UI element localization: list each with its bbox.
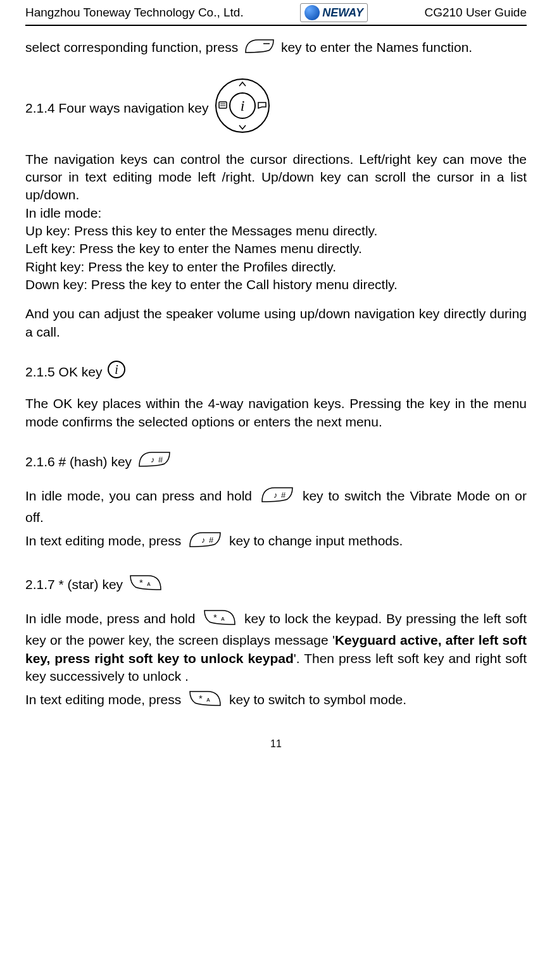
text: select corresponding function, press: [25, 40, 242, 54]
svg-text:#: #: [281, 490, 286, 500]
paragraph-volume: And you can adjust the speaker volume us…: [25, 305, 527, 341]
paragraph-right-key: Right key: Press the key to enter the Pr…: [25, 258, 527, 276]
paragraph-star-idle: In idle mode, press and hold * ᴀ key to …: [25, 608, 527, 685]
paragraph-idle-label: In idle mode:: [25, 204, 527, 222]
text: key to enter the Names function.: [281, 40, 472, 54]
page-header: Hangzhou Toneway Technology Co., Ltd. NE…: [25, 0, 527, 23]
paragraph-hash-edit: In text editing mode, press ♪ # key to c…: [25, 530, 527, 554]
svg-text:#: #: [209, 535, 214, 545]
svg-text:♪: ♪: [151, 455, 155, 464]
text: In text editing mode, press: [25, 533, 185, 548]
star-key-icon: * ᴀ: [187, 689, 223, 712]
text: In idle mode, you can press and hold: [25, 488, 257, 503]
paragraph-hash-idle: In idle mode, you can press and hold ♪ #…: [25, 485, 527, 527]
svg-text:♪: ♪: [201, 535, 206, 545]
svg-text:*: *: [199, 693, 203, 704]
globe-icon: [304, 5, 320, 20]
svg-text:*: *: [139, 577, 143, 588]
paragraph-star-edit: In text editing mode, press * ᴀ key to s…: [25, 689, 527, 712]
navigation-key-icon: i: [214, 77, 271, 139]
svg-text:i: i: [115, 363, 119, 376]
text: In idle mode, press and hold: [25, 611, 199, 626]
star-key-icon: * ᴀ: [128, 573, 163, 597]
header-company: Hangzhou Toneway Technology Co., Ltd.: [25, 6, 244, 20]
paragraph-ok-key: The OK key places within the 4-way navig…: [25, 395, 527, 431]
document-body: select corresponding function, press key…: [25, 39, 527, 713]
paragraph-up-key: Up key: Press this key to enter the Mess…: [25, 222, 527, 240]
logo-text: NEWAY: [322, 6, 363, 20]
hash-key-icon: ♪ #: [260, 485, 295, 509]
header-guide: CG210 User Guide: [424, 6, 527, 20]
hash-key-icon: ♪ #: [187, 530, 223, 554]
ok-key-icon: i: [107, 360, 126, 383]
section-2-1-7-heading: 2.1.7 * (star) key * ᴀ: [25, 573, 527, 597]
logo: NEWAY: [300, 3, 368, 22]
svg-text:#: #: [158, 455, 163, 464]
heading-text: 2.1.4 Four ways navigation key: [25, 99, 209, 117]
section-2-1-4-heading: 2.1.4 Four ways navigation key i: [25, 77, 527, 139]
section-2-1-5-heading: 2.1.5 OK key i: [25, 360, 527, 383]
text: In text editing mode, press: [25, 692, 185, 707]
section-2-1-6-heading: 2.1.6 # (hash) key ♪ #: [25, 450, 527, 473]
page-number: 11: [25, 738, 527, 750]
star-key-icon: * ᴀ: [202, 608, 237, 631]
header-divider: [25, 25, 527, 26]
paragraph-select-function: select corresponding function, press key…: [25, 39, 527, 58]
svg-text:ᴀ: ᴀ: [147, 580, 151, 587]
svg-text:i: i: [240, 97, 244, 114]
heading-text: 2.1.7 * (star) key: [25, 576, 123, 593]
paragraph-nav-desc: The navigation keys can control the curs…: [25, 151, 527, 204]
svg-text:*: *: [213, 612, 217, 623]
hash-key-icon: ♪ #: [137, 450, 172, 473]
paragraph-down-key: Down key: Press the key to enter the Cal…: [25, 276, 527, 294]
text: key to switch to symbol mode.: [229, 692, 406, 707]
heading-text: 2.1.6 # (hash) key: [25, 453, 132, 471]
paragraph-left-key: Left key: Press the key to enter the Nam…: [25, 240, 527, 257]
text: key to change input methods.: [229, 533, 403, 548]
svg-rect-4: [219, 102, 227, 108]
svg-text:ᴀ: ᴀ: [221, 615, 225, 622]
heading-text: 2.1.5 OK key: [25, 363, 102, 381]
right-softkey-icon: [244, 39, 275, 58]
svg-text:ᴀ: ᴀ: [206, 696, 210, 703]
svg-text:♪: ♪: [273, 490, 278, 500]
